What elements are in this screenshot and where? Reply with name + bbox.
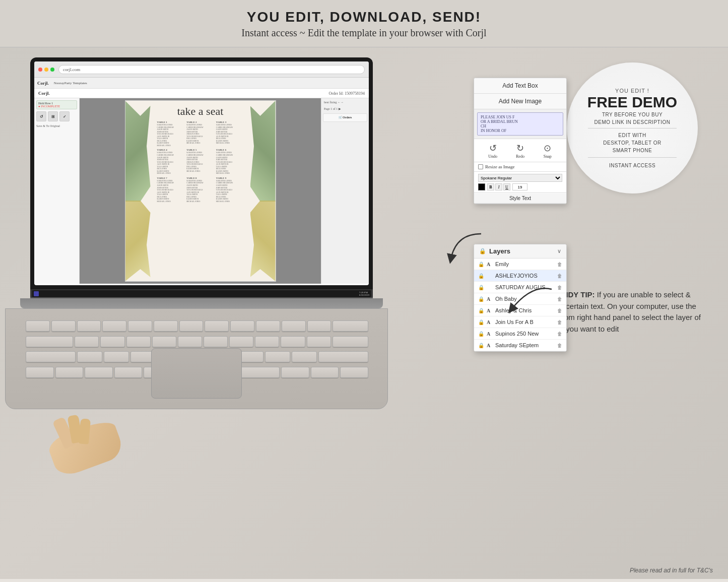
key-comma <box>265 351 290 362</box>
close-window-button[interactable] <box>38 68 42 72</box>
floating-panel: Add Text Box Add New Image PLEASE JOIN U… <box>474 78 567 204</box>
layer-supinos-delete-icon[interactable]: 🗑 <box>557 331 562 337</box>
key-z <box>77 351 102 362</box>
hand-area <box>40 423 121 468</box>
redo-tool[interactable]: ↻ Redo <box>514 142 526 159</box>
touchpad[interactable] <box>151 348 242 399</box>
undo-icon: ↺ <box>487 142 499 154</box>
layer-ac-delete-icon[interactable]: 🗑 <box>557 308 562 313</box>
table-5: TABLE 5 SAMANTHA JONESCARRIE BRADSHAWJAS… <box>186 149 214 174</box>
sidebar-icon-1[interactable]: ↺ <box>36 111 46 121</box>
fdc-instant-access: INSTANT ACCESS <box>609 163 655 168</box>
browser-chrome: corjl.com <box>34 61 369 78</box>
resize-image-option: Resize as Image <box>474 162 566 172</box>
table-2: TABLE 2 SAMANTHA JONESCARRIE BRADSHAWJAS… <box>186 121 214 147</box>
sidebar-icon-2[interactable]: ⊞ <box>48 111 58 121</box>
preview-area: PLEASE JOIN US F OR A BRIDAL BRUN CH IN … <box>474 109 566 139</box>
taskbar-inner: 7:29 PM6/18/2019 <box>32 290 371 297</box>
fdc-free-demo: FREE DEMO <box>587 95 677 110</box>
main-title: YOU EDIT, DOWNLOAD, SEND! <box>10 9 718 25</box>
fdc-try-before: TRY BEFORE YOU BUY <box>602 112 663 117</box>
table-7: TABLE 7 SAMANTHA JONESCARRIE BRADSHAWJAS… <box>157 177 185 203</box>
layer-emily-text-icon: A <box>487 262 493 267</box>
key-f <box>152 336 176 347</box>
arrow-to-layers <box>506 279 557 321</box>
layer-sat-name: Saturday SEptem <box>495 342 555 348</box>
snap-tool[interactable]: ⊙ Snap <box>542 142 554 159</box>
table-1-header: TABLE 1 <box>157 121 185 123</box>
layer-saturday-septem[interactable]: 🔒 A Saturday SEptem 🗑 <box>474 340 566 351</box>
layer-ac-lock-icon: 🔒 <box>478 308 484 313</box>
format-buttons: B I U <box>487 183 510 190</box>
seating-chart: take a seat TABLE 1 SAMANTHA JONESCARRIE… <box>125 100 276 282</box>
layer-ashley-delete-icon[interactable]: 🗑 <box>557 273 562 279</box>
layer-supinos[interactable]: 🔒 A Supinos 250 New 🗑 <box>474 328 566 340</box>
address-bar[interactable]: corjl.com <box>58 65 365 74</box>
key-shift-r <box>318 351 368 362</box>
layer-sat-lock-icon: 🔒 <box>478 343 484 348</box>
redo-icon: ↻ <box>514 142 526 154</box>
key-y <box>154 320 178 332</box>
preview-line3: CH <box>481 124 560 128</box>
preview-line4: IN HONOR OF <box>481 128 560 133</box>
minimize-window-button[interactable] <box>44 68 48 72</box>
fdc-edit-with: EDIT WITH <box>618 132 646 139</box>
layers-chevron-icon[interactable]: ∨ <box>557 248 561 254</box>
layer-join-delete-icon[interactable]: 🗑 <box>557 319 562 325</box>
key-cmd-r <box>281 367 309 378</box>
undo-tool[interactable]: ↺ Undo <box>487 142 499 159</box>
layer-saturday-delete-icon[interactable]: 🗑 <box>557 285 562 290</box>
font-size-input[interactable] <box>512 183 527 190</box>
taskbar-start[interactable] <box>34 291 39 296</box>
layer-saturday-lock-icon: 🔒 <box>478 285 484 290</box>
layer-ac-text-icon: A <box>487 308 493 313</box>
key-return <box>333 336 368 347</box>
preview-line1: PLEASE JOIN US F <box>481 115 560 119</box>
style-text-button[interactable]: Style Text <box>474 193 566 204</box>
corjl-logo-small: Corjl. <box>37 81 49 86</box>
layer-ashley-lock-icon: 🔒 <box>478 273 484 279</box>
table-3-names: SAMANTHA JONESCARRIE BRADSHAWJASON SMITH… <box>216 124 244 145</box>
canvas-area[interactable]: take a seat TABLE 1 SAMANTHA JONESCARRIE… <box>80 98 321 284</box>
layer-oh-baby-text-icon: A <box>487 296 493 302</box>
sidebar-icon-3[interactable]: ✓ <box>59 111 70 121</box>
maximize-window-button[interactable] <box>50 68 54 72</box>
undo-label: Undo <box>488 154 497 159</box>
resize-image-checkbox[interactable] <box>478 164 483 169</box>
layer-emily-delete-icon[interactable]: 🗑 <box>557 262 562 267</box>
preview-line2: OR A BRIDAL BRUN <box>481 119 560 124</box>
browser-toolbar: Corjl. NoorayParty Templates <box>34 78 369 89</box>
key-g <box>178 336 202 347</box>
orders-label: 🛒 Orders <box>325 115 365 119</box>
layer-emily[interactable]: 🔒 A Emily 🗑 <box>474 258 566 270</box>
table-2-header: TABLE 2 <box>186 121 214 123</box>
key-m <box>238 351 263 362</box>
key-r <box>102 320 126 332</box>
font-select[interactable]: Spokane Regular <box>478 174 562 182</box>
italic-button[interactable]: I <box>495 183 502 190</box>
table-8-header: TABLE 8 <box>186 177 214 179</box>
bold-button[interactable]: B <box>487 183 494 190</box>
layer-join-lock-icon: 🔒 <box>478 319 484 325</box>
undo-redo-tools: ↺ Undo ↻ Redo ⊙ Snap <box>474 139 566 162</box>
layer-sat-delete-icon[interactable]: 🗑 <box>557 343 562 348</box>
key-o <box>230 320 254 332</box>
table-3: TABLE 3 SAMANTHA JONESCARRIE BRADSHAWJAS… <box>216 121 244 147</box>
add-new-image-button[interactable]: Add New Image <box>474 94 566 109</box>
seating-chart-title: take a seat <box>129 105 272 118</box>
snap-icon: ⊙ <box>542 142 554 154</box>
key-w <box>51 320 76 332</box>
layers-title: Layers <box>489 247 510 255</box>
key-k <box>255 336 279 347</box>
layer-oh-baby-delete-icon[interactable]: 🗑 <box>557 296 562 302</box>
key-e <box>77 320 101 332</box>
key-left <box>311 367 339 378</box>
arrow-to-seating <box>446 229 486 271</box>
key-i <box>205 320 229 332</box>
resize-image-label: Resize as Image <box>485 164 514 169</box>
table-5-names: SAMANTHA JONESCARRIE BRADSHAWJASON SMITH… <box>186 152 214 172</box>
add-text-box-button[interactable]: Add Text Box <box>474 78 566 94</box>
bottom-note: Please read ad in full for T&C's <box>630 567 713 574</box>
underline-button[interactable]: U <box>503 183 510 190</box>
color-swatch[interactable] <box>478 183 485 190</box>
